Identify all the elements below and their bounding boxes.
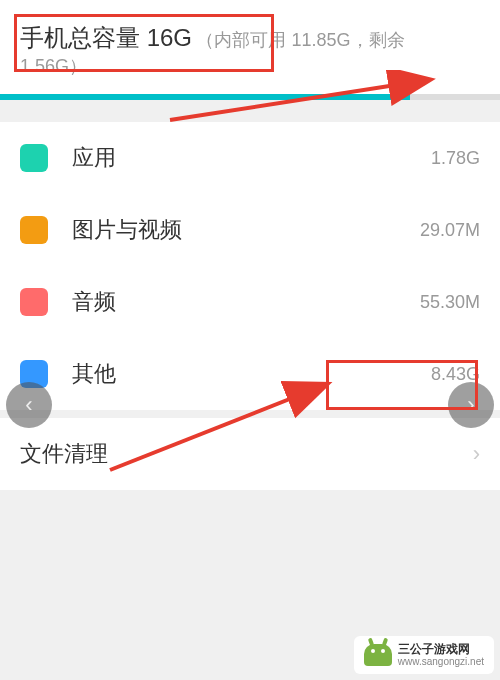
storage-progress-bar (0, 94, 500, 100)
storage-header: 手机总容量 16G （内部可用 11.85G，剩余 1.56G） (0, 0, 500, 86)
category-value: 1.78G (431, 148, 480, 169)
category-label: 图片与视频 (72, 215, 420, 245)
gallery-prev-button[interactable]: ‹ (6, 382, 52, 428)
swatch-audio-icon (20, 288, 48, 316)
swatch-apps-icon (20, 144, 48, 172)
android-mascot-icon (364, 644, 392, 666)
category-row-audio[interactable]: 音频 55.30M (0, 266, 500, 338)
file-cleanup-row[interactable]: 文件清理 › (0, 418, 500, 490)
chevron-right-icon: › (467, 392, 474, 418)
watermark-title: 三公子游戏网 (398, 642, 484, 656)
gallery-next-button[interactable]: › (448, 382, 494, 428)
category-row-media[interactable]: 图片与视频 29.07M (0, 194, 500, 266)
capacity-subtext: （内部可用 11.85G，剩余 (196, 30, 404, 50)
storage-category-list: 应用 1.78G 图片与视频 29.07M 音频 55.30M 其他 8.43G (0, 122, 500, 410)
capacity-remaining: 1.56G） (20, 56, 87, 76)
file-cleanup-label: 文件清理 (20, 439, 473, 469)
category-value: 55.30M (420, 292, 480, 313)
watermark-url: www.sangongzi.net (398, 656, 484, 668)
total-capacity-title: 手机总容量 16G (20, 24, 192, 51)
category-label: 应用 (72, 143, 431, 173)
swatch-media-icon (20, 216, 48, 244)
category-row-other[interactable]: 其他 8.43G (0, 338, 500, 410)
category-label: 音频 (72, 287, 420, 317)
category-label: 其他 (72, 359, 431, 389)
chevron-right-icon: › (473, 441, 480, 467)
chevron-left-icon: ‹ (25, 392, 32, 418)
section-spacer-small (0, 410, 500, 418)
category-value: 29.07M (420, 220, 480, 241)
section-spacer (0, 100, 500, 122)
category-row-apps[interactable]: 应用 1.78G (0, 122, 500, 194)
storage-progress-fill (0, 94, 410, 100)
watermark-badge: 三公子游戏网 www.sangongzi.net (354, 636, 494, 674)
